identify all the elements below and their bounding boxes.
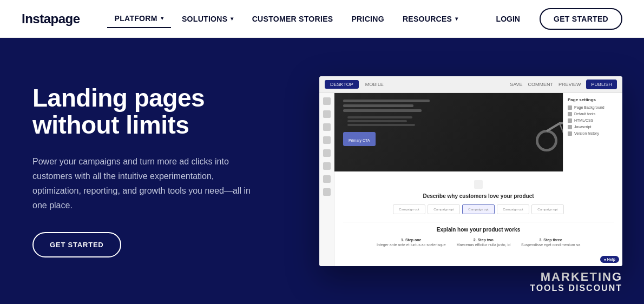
pill-3[interactable]: Campaign opt (462, 204, 495, 214)
sidebar-icon-5[interactable] (323, 149, 331, 157)
watermark-line1: MARKETING (530, 271, 622, 283)
get-started-hero-button[interactable]: GET STARTED (32, 232, 121, 257)
settings-html-label: HTML/CSS (574, 118, 593, 122)
separator (343, 222, 614, 222)
svg-point-0 (537, 131, 556, 150)
settings-background-label: Page Background (574, 105, 604, 109)
nav-item-customer-stories[interactable]: CUSTOMER STORIES (245, 10, 341, 28)
mockup-dark-section: Primary CTA (334, 93, 622, 171)
chevron-down-icon: ▾ (455, 16, 458, 22)
editor-layout: Primary CTA (319, 93, 622, 266)
toolbar-save[interactable]: SAVE (510, 82, 522, 87)
mockup-step-heading: Explain how your product works (343, 227, 614, 233)
toolbar-actions: SAVE COMMENT PREVIEW PUBLISH (510, 80, 617, 89)
mockup-cta-text: Primary CTA (349, 138, 370, 142)
watermark-line2: TOOLS DISCOUNT (530, 283, 622, 293)
hero-description: Power your campaigns and turn more ad cl… (32, 154, 260, 213)
sidebar-icon-2[interactable] (323, 110, 331, 118)
settings-panel: Page settings Page Background Default fo… (563, 93, 622, 171)
hero-left: Landing pages without limits Power your … (32, 84, 292, 258)
settings-item-fonts[interactable]: Default fonts (568, 112, 618, 116)
help-button[interactable]: ● Help (600, 256, 619, 263)
pill-2[interactable]: Campaign opt (428, 204, 460, 214)
step-3-desc: Suspendisse eget condimentum sa (521, 243, 580, 247)
pill-1[interactable]: Campaign opt (393, 204, 425, 214)
step-2-num: 2. Step two (457, 238, 510, 242)
mockup-text-content: Primary CTA (343, 100, 430, 146)
bullet-2 (347, 120, 407, 122)
nav-item-resources[interactable]: RESOURCES ▾ (395, 10, 466, 28)
login-button[interactable]: LOGIN (488, 10, 529, 28)
settings-fonts-label: Default fonts (574, 112, 595, 116)
settings-item-html[interactable]: HTML/CSS (568, 118, 618, 123)
nav-item-solutions[interactable]: SOLUTIONS ▾ (174, 10, 241, 28)
mockup-steps: 1. Step one Integer ante ante et luctus … (343, 238, 614, 247)
mockup-pills: Campaign opt Campaign opt Campaign opt C… (343, 204, 614, 214)
browser-toolbar: DESKTOP MOBILE SAVE COMMENT PREVIEW PUBL… (319, 76, 622, 93)
settings-js-icon (568, 125, 572, 129)
sidebar-icon-6[interactable] (323, 162, 331, 170)
sidebar-icon-7[interactable] (323, 175, 331, 183)
settings-js-label: Javascript (574, 125, 592, 129)
hero-right: DESKTOP MOBILE SAVE COMMENT PREVIEW PUBL… (292, 76, 622, 266)
hero-title: Landing pages without limits (32, 84, 292, 139)
sidebar-icon-1[interactable] (323, 97, 331, 105)
mockup-light-section: Describe why customers love your product… (334, 171, 622, 266)
toolbar-preview[interactable]: PREVIEW (558, 82, 581, 87)
settings-version-icon (568, 131, 572, 136)
mockup-product-heading: Describe why customers love your product (343, 193, 614, 199)
step-1: 1. Step one Integer ante ante et luctus … (377, 238, 446, 247)
logo[interactable]: Instapage (22, 11, 80, 27)
chevron-down-icon: ▾ (231, 16, 233, 22)
settings-item-version[interactable]: Version history (568, 131, 618, 136)
sidebar-icon-4[interactable] (323, 136, 331, 144)
pill-5[interactable]: Campaign opt (531, 204, 564, 214)
settings-item-js[interactable]: Javascript (568, 125, 618, 129)
watermark: MARKETING TOOLS DISCOUNT (530, 271, 622, 293)
navbar: Instapage PLATFORM ▾ SOLUTIONS ▾ CUSTOME… (0, 0, 644, 38)
sidebar-icon-3[interactable] (323, 123, 331, 131)
step-3-num: 3. Step three (521, 238, 580, 242)
text-line-1 (343, 100, 430, 102)
settings-fonts-icon (568, 112, 572, 116)
nav-right: LOGIN GET STARTED (488, 8, 622, 30)
nav-links: PLATFORM ▾ SOLUTIONS ▾ CUSTOMER STORIES … (107, 10, 488, 28)
toolbar-tab-mobile[interactable]: MOBILE (360, 80, 389, 89)
browser-mockup: DESKTOP MOBILE SAVE COMMENT PREVIEW PUBL… (319, 76, 622, 266)
settings-item-background[interactable]: Page Background (568, 105, 618, 110)
settings-version-label: Version history (574, 131, 599, 135)
toolbar-tab-desktop[interactable]: DESKTOP (325, 80, 359, 89)
toolbar-tabs: DESKTOP MOBILE (325, 80, 505, 89)
step-1-desc: Integer ante ante et luctus ac scelerisq… (377, 243, 446, 247)
editor-main: Primary CTA (334, 93, 622, 266)
step-2: 2. Step two Maecenas efficitur nulla jus… (457, 238, 510, 247)
hero-section: Landing pages without limits Power your … (0, 38, 644, 304)
step-3: 3. Step three Suspendisse eget condiment… (521, 238, 580, 247)
text-line-3 (343, 109, 422, 112)
sidebar-icon-8[interactable] (323, 188, 331, 196)
toolbar-comment[interactable]: COMMENT (528, 82, 553, 87)
nav-item-platform[interactable]: PLATFORM ▾ (107, 10, 171, 28)
step-2-desc: Maecenas efficitur nulla justo, id (457, 243, 510, 247)
settings-panel-title: Page settings (568, 97, 618, 102)
mockup-icon-center (343, 180, 614, 189)
mockup-cta-btn: Primary CTA (343, 132, 376, 146)
bullet-1 (347, 116, 412, 118)
toolbar-publish[interactable]: PUBLISH (586, 80, 617, 89)
step-1-num: 1. Step one (377, 238, 446, 242)
bullet-3 (347, 124, 415, 126)
mockup-center-icon (474, 180, 483, 189)
settings-html-icon (568, 118, 572, 123)
settings-background-icon (568, 105, 572, 110)
chevron-down-icon: ▾ (161, 15, 163, 21)
pill-4[interactable]: Campaign opt (497, 204, 529, 214)
text-line-2 (343, 104, 413, 107)
get-started-nav-button[interactable]: GET STARTED (540, 8, 622, 30)
nav-item-pricing[interactable]: PRICING (344, 10, 391, 28)
editor-sidebar (319, 93, 334, 266)
